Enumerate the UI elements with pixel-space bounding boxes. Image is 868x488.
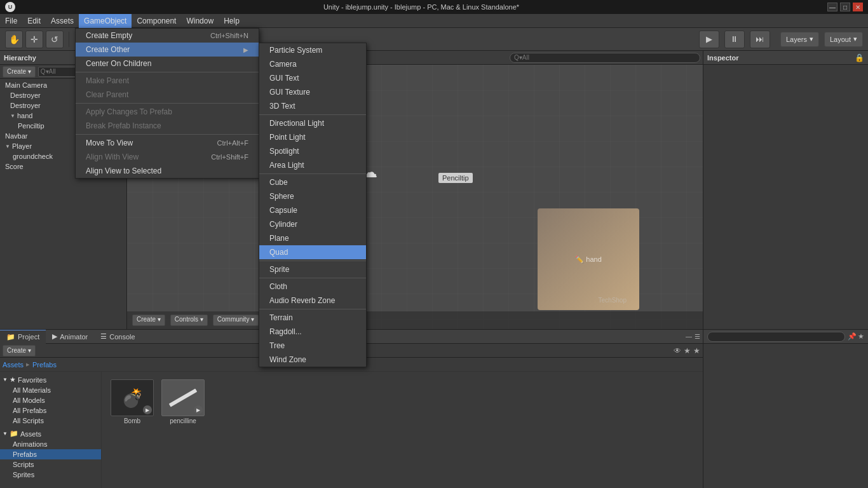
favorites-group[interactable]: ▼ ★ Favorites [0,374,101,385]
inspector-title: Inspector [707,54,739,62]
scene-controls-btn[interactable]: Controls ▾ [170,315,208,326]
submenu-cylinder[interactable]: Cylinder [259,217,366,231]
submenu-plane[interactable]: Plane [259,231,366,245]
scene-community-btn[interactable]: Community ▾ [213,315,259,326]
inspector-search-input[interactable] [707,332,845,342]
scene-search-input[interactable] [510,53,700,63]
tab-console[interactable]: ☰ Console [94,330,141,344]
techshop-watermark: TechShop [599,297,627,304]
asset-item-bomb[interactable]: 💣 ▶ Bomb [109,379,155,424]
submenu-cloth[interactable]: Cloth [259,280,366,294]
inspector-panel: Inspector 🔒 [703,51,868,329]
submenu-cube[interactable]: Cube [259,175,366,189]
project-main: 💣 ▶ Bomb ▶ pencilline [102,372,703,488]
submenu-audio-reverb-zone[interactable]: Audio Reverb Zone [259,294,366,308]
main-camera-label: Main Camera [5,81,47,89]
hierarchy-create-button[interactable]: Create ▾ [3,66,36,78]
menu-sep-2 [76,103,259,104]
layout-dropdown[interactable]: Layout ▾ [824,32,863,47]
groundcheck-label: groundcheck [13,152,53,160]
menu-help[interactable]: Help [219,14,245,28]
minimize-button[interactable]: — [827,3,837,11]
inspector-lock-icon[interactable]: 🔒 [855,53,864,62]
sidebar-all-models[interactable]: All Models [0,395,101,405]
maximize-button[interactable]: □ [840,3,850,11]
breadcrumb-prefabs[interactable]: Prefabs [32,361,57,369]
step-button[interactable]: ⏭ [750,30,770,48]
project-create-button[interactable]: Create ▾ [3,345,36,356]
submenu-particle-system[interactable]: Particle System [259,43,366,57]
favorites-expand-icon: ▼ [3,377,8,383]
destroyer-2-label: Destroyer [10,102,41,109]
project-settings-icon[interactable]: ★ [693,346,700,355]
submenu-spotlight[interactable]: Spotlight [259,144,366,158]
sidebar-animations[interactable]: Animations [0,439,101,449]
submenu-terrain[interactable]: Terrain [259,311,366,325]
submenu-capsule[interactable]: Capsule [259,203,366,217]
menu-sep-1 [76,72,259,72]
menu-apply-changes-prefab: Apply Changes To Prefab [76,105,259,119]
score-label: Score [5,163,24,170]
submenu-camera[interactable]: Camera [259,57,366,71]
sidebar-prefabs[interactable]: Prefabs [0,449,101,459]
submenu-3d-text[interactable]: 3D Text [259,99,366,113]
inspector-pin-icon[interactable]: 📌 [848,332,857,341]
menu-assets[interactable]: Assets [46,14,79,28]
favorites-label: Favorites [18,376,46,384]
project-star-icon[interactable]: ★ [684,346,691,355]
submenu-area-light[interactable]: Area Light [259,158,366,172]
close-button[interactable]: ✕ [853,3,863,11]
menu-window[interactable]: Window [181,14,219,28]
menu-file[interactable]: File [0,14,22,28]
sidebar-all-scripts[interactable]: All Scripts [0,416,101,426]
layers-dropdown[interactable]: Layers ▾ [780,32,819,47]
hand-image: ✏️ hand [538,208,639,310]
penciltip-label: Penciltip [18,122,44,130]
pause-button[interactable]: ⏸ [724,30,745,48]
move-to-view-shortcut: Ctrl+Alt+F [217,139,248,147]
menu-edit[interactable]: Edit [22,14,46,28]
submenu-gui-text[interactable]: GUI Text [259,71,366,85]
submenu-gui-texture[interactable]: GUI Texture [259,85,366,99]
submenu-sphere[interactable]: Sphere [259,189,366,203]
tab-animator[interactable]: ▶ Animator [46,330,94,344]
rotate-tool-button[interactable]: ↺ [46,30,64,48]
breadcrumb-assets[interactable]: Assets [3,361,24,369]
player-expand-icon: ▼ [5,144,10,149]
inspector-star-2-icon[interactable]: ★ [858,332,864,341]
submenu-wind-zone[interactable]: Wind Zone [259,353,366,367]
sidebar-all-materials[interactable]: All Materials [0,385,101,395]
submenu-tree[interactable]: Tree [259,339,366,353]
submenu-sprite[interactable]: Sprite [259,262,366,276]
project-eye-icon[interactable]: 👁 [674,346,681,355]
panel-collapse-icon[interactable]: — [686,333,692,340]
sidebar-sprites[interactable]: Sprites [0,470,101,480]
menu-create-other[interactable]: Create Other ▶ Particle System Camera GU… [76,43,259,57]
scene-action-bar: Create ▾ Controls ▾ Community ▾ [127,311,703,329]
menu-gameobject[interactable]: GameObject [79,14,132,28]
menu-move-to-view[interactable]: Move To View Ctrl+Alt+F [76,136,259,150]
menu-break-prefab-instance: Break Prefab Instance [76,119,259,133]
panel-menu-icon[interactable]: ☰ [695,333,700,340]
console-tab-icon: ☰ [100,332,107,341]
play-button[interactable]: ▶ [699,30,719,48]
sidebar-scripts[interactable]: Scripts [0,459,101,470]
sidebar-all-prefabs[interactable]: All Prefabs [0,405,101,416]
make-parent-label: Make Parent [86,76,129,85]
submenu-ragdoll[interactable]: Ragdoll... [259,325,366,339]
asset-item-pencilline[interactable]: ▶ pencilline [160,379,206,424]
submenu-sep-5 [259,309,366,309]
submenu-point-light[interactable]: Point Light [259,130,366,144]
project-sidebar: ▼ ★ Favorites All Materials All Models A… [0,372,102,488]
menu-align-view-to-selected[interactable]: Align View to Selected [76,164,259,178]
menu-component[interactable]: Component [132,14,181,28]
submenu-directional-light[interactable]: Directional Light [259,116,366,130]
menu-create-empty[interactable]: Create Empty Ctrl+Shift+N [76,29,259,43]
assets-group[interactable]: ▼ 📁 Assets [0,428,101,439]
hand-tool-button[interactable]: ✋ [5,30,23,48]
move-tool-button[interactable]: ✛ [25,30,43,48]
scene-create-btn[interactable]: Create ▾ [132,315,165,326]
tab-project[interactable]: 📁 Project [0,330,46,344]
menu-center-on-children[interactable]: Center On Children [76,57,259,71]
submenu-quad[interactable]: Quad [259,245,366,259]
